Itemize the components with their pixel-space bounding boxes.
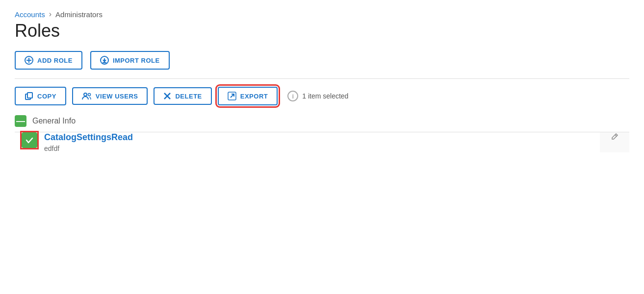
breadcrumb-separator: › (49, 10, 52, 19)
svg-point-8 (84, 93, 87, 96)
section-label: General Info (32, 117, 76, 125)
copy-icon (25, 92, 33, 100)
view-users-button[interactable]: VIEW USERS (72, 87, 148, 105)
roles-table: CatalogSettingsRead edfdf (15, 132, 629, 152)
breadcrumb-accounts[interactable]: Accounts (15, 10, 45, 19)
import-role-button[interactable]: IMPORT ROLE (90, 51, 170, 70)
row-edit-cell[interactable] (600, 132, 629, 153)
divider (15, 78, 629, 79)
section-header: — General Info (15, 115, 629, 132)
add-icon (25, 56, 33, 65)
export-label: EXPORT (240, 93, 268, 100)
add-role-label: ADD ROLE (37, 57, 73, 64)
svg-point-9 (88, 94, 90, 96)
breadcrumb: Accounts › Administrators (15, 10, 629, 19)
export-button[interactable]: EXPORT (218, 87, 278, 105)
collapse-icon[interactable]: — (15, 115, 26, 127)
copy-label: COPY (37, 93, 56, 100)
svg-rect-7 (27, 93, 32, 98)
top-actions: ADD ROLE IMPORT ROLE (15, 51, 629, 70)
page-title: Roles (15, 21, 629, 41)
row-selector-cell[interactable] (15, 132, 44, 153)
edit-icon[interactable] (610, 133, 619, 143)
users-icon (82, 92, 92, 100)
table-row: CatalogSettingsRead edfdf (15, 132, 629, 153)
add-role-button[interactable]: ADD ROLE (15, 51, 82, 70)
delete-label: DELETE (175, 93, 202, 100)
import-icon (100, 56, 109, 65)
role-name[interactable]: CatalogSettingsRead (44, 132, 600, 143)
svg-line-13 (615, 135, 617, 136)
role-description: edfdf (44, 145, 600, 152)
row-selector-highlight (22, 132, 37, 148)
copy-button[interactable]: COPY (15, 87, 66, 105)
breadcrumb-current: Administrators (55, 10, 103, 19)
row-content-cell: CatalogSettingsRead edfdf (44, 132, 600, 153)
import-role-label: IMPORT ROLE (113, 57, 160, 64)
selected-info-badge: i 1 item selected (287, 91, 348, 101)
delete-button[interactable]: DELETE (154, 87, 211, 105)
view-users-label: VIEW USERS (96, 93, 138, 100)
selected-count: 1 item selected (302, 92, 348, 100)
info-icon: i (287, 91, 298, 101)
row-actions: COPY VIEW USERS DELETE (15, 87, 629, 105)
export-icon (228, 92, 236, 100)
delete-icon (163, 92, 171, 100)
row-checkbox[interactable] (22, 132, 37, 148)
